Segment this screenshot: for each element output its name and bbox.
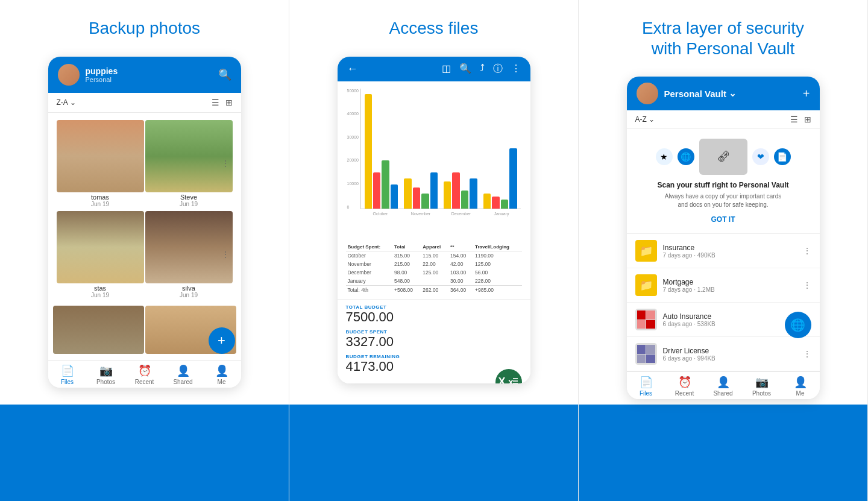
bar-dec-red — [452, 172, 459, 209]
file-item-driver-license[interactable]: Driver License 6 days ago · 994KB ⋮ — [627, 337, 820, 371]
bar-group-oct — [365, 94, 398, 209]
grid-icon[interactable]: ◫ — [442, 63, 451, 75]
table-row: October315.00115.00154.001190.00 — [346, 251, 522, 260]
table-row-total: Total: 4th+508.00262.00364.00+985.00 — [346, 285, 522, 294]
nav-recent[interactable]: ⏰ Recent — [125, 364, 164, 385]
nav3-photos[interactable]: 📷 Photos — [743, 376, 781, 397]
sort-label[interactable]: Z-A ⌄ — [57, 98, 76, 107]
nav3-me[interactable]: 👤 Me — [781, 376, 820, 397]
more-icon-1[interactable]: ⋮ — [222, 159, 229, 168]
photo-item-5[interactable] — [53, 306, 144, 354]
excel-icon: X — [506, 376, 519, 383]
bar-oct-green — [382, 160, 389, 209]
photos-icon-3: 📷 — [755, 376, 769, 389]
grid-view-icon[interactable]: ⊞ — [225, 98, 233, 107]
nav-files[interactable]: 📄 Files — [48, 364, 87, 385]
nav-me[interactable]: 👤 Me — [203, 364, 241, 385]
nav3-recent[interactable]: ⏰ Recent — [665, 376, 704, 397]
shared-icon-3: 👤 — [717, 376, 730, 389]
file-item-insurance[interactable]: 📁 Insurance 7 days ago · 490KB ⋮ — [627, 234, 820, 268]
nav3-shared[interactable]: 👤 Shared — [704, 376, 743, 397]
photo-date-4: Jun 19 — [145, 292, 233, 298]
phone2-wrapper: ← ◫ 🔍 ⤴ ⓘ ⋮ 50000 40000 30000 — [338, 57, 530, 384]
vault-promo: ★ 🌐 🗞 ❤ 📄 Scan your stuff right t — [627, 129, 820, 234]
share-icon[interactable]: ⤴ — [480, 63, 485, 75]
x-label-oct: October — [364, 212, 397, 216]
doc-badge: 📄 — [774, 148, 791, 165]
phone1-wrapper: puppies Personal 🔍 Z-A ⌄ ☰ ⊞ — [48, 57, 241, 388]
bar-jan-green — [501, 200, 508, 209]
back-icon[interactable]: ← — [347, 63, 358, 75]
panel-backup-photos: Backup photos puppies Personal 🔍 — [0, 0, 289, 501]
photo-item-1[interactable]: tomas Jun 19 — [57, 120, 144, 207]
bar-oct-blue — [391, 184, 398, 209]
info-icon[interactable]: ⓘ — [493, 63, 503, 75]
table-row: November215.0022.0042.00125.00 — [346, 260, 522, 268]
vault-avatar-img — [637, 83, 658, 104]
overflow-icon[interactable]: ⋮ — [511, 63, 521, 75]
phone2: ← ◫ 🔍 ⤴ ⓘ ⋮ 50000 40000 30000 — [338, 57, 530, 384]
panel-personal-vault: Extra layer of securitywith Personal Vau… — [579, 0, 868, 501]
bar-group-nov — [404, 172, 438, 209]
nav-photos[interactable]: 📷 Photos — [87, 364, 125, 385]
photo-item-2[interactable]: Steve Jun 19 ⋮ — [145, 120, 233, 207]
me-icon: 👤 — [215, 364, 228, 377]
grid-icon[interactable]: ⊞ — [804, 115, 811, 124]
nav-shared[interactable]: 👤 Shared — [164, 364, 203, 385]
svg-text:X: X — [508, 378, 514, 383]
summary-section: TOTAL BUDGET 7500.00 BUDGET SPENT 3327.0… — [346, 304, 400, 379]
globe-icon: 🌐 — [681, 152, 691, 162]
photo-name-4: silva — [145, 285, 233, 292]
vault-sort-label[interactable]: A-Z ⌄ — [635, 115, 655, 124]
nav3-files[interactable]: 📄 Files — [627, 376, 665, 397]
driver-license-info: Driver License 6 days ago · 994KB — [663, 347, 797, 362]
recent-icon-3: ⏰ — [678, 376, 691, 389]
vault-sort-icons: ☰ ⊞ — [790, 115, 811, 124]
avatar-img — [58, 64, 80, 86]
doc-icon: 📄 — [777, 152, 787, 162]
photo-name-2: Steve — [145, 194, 233, 201]
promo-desc: Always have a copy of your important car… — [637, 192, 810, 209]
photo-item-3[interactable]: stas Jun 19 — [57, 211, 144, 298]
bar-nov-blue — [430, 172, 438, 209]
panel-bg-3 — [579, 405, 867, 501]
me-icon-3: 👤 — [794, 376, 807, 389]
photo-2 — [145, 120, 233, 192]
svg-rect-4 — [513, 383, 518, 383]
insurance-meta: 7 days ago · 490KB — [663, 252, 797, 259]
insurance-info: Insurance 7 days ago · 490KB — [663, 244, 797, 259]
driver-license-more[interactable]: ⋮ — [803, 349, 811, 359]
file-item-mortgage[interactable]: 📁 Mortgage 7 days ago · 1.2MB ⋮ — [627, 268, 820, 303]
folder-sub: Personal — [86, 76, 118, 83]
folder-name: puppies — [86, 66, 118, 76]
phone3: Personal Vault ⌄ + A-Z ⌄ ☰ ⊞ — [627, 77, 820, 399]
photo-item-4[interactable]: silva Jun 19 ⋮ — [145, 211, 233, 298]
y-axis: 50000 40000 30000 20000 10000 0 — [347, 89, 359, 209]
vault-icons-row: ★ 🌐 🗞 ❤ 📄 — [637, 139, 810, 175]
mortgage-more[interactable]: ⋮ — [803, 280, 811, 290]
x-label-nov: November — [404, 212, 438, 216]
add-vault-icon[interactable]: + — [803, 87, 810, 101]
bar-jan-red — [492, 197, 499, 209]
search-icon[interactable]: 🔍 — [218, 68, 231, 81]
bar-nov-red — [413, 187, 420, 209]
vault-topbar: Personal Vault ⌄ + — [627, 77, 820, 110]
auto-insurance-thumb — [635, 309, 657, 330]
driver-license-thumb — [635, 343, 657, 365]
search-icon[interactable]: 🔍 — [459, 63, 471, 75]
bar-group-jan — [483, 148, 517, 209]
got-it-button[interactable]: GOT IT — [637, 215, 810, 224]
add-button[interactable]: + — [209, 327, 235, 354]
sort-icons: ☰ ⊞ — [212, 98, 233, 107]
photo-3 — [57, 211, 144, 283]
heart-badge: ❤ — [752, 148, 769, 165]
list-view-icon[interactable]: ☰ — [212, 98, 219, 107]
more-icon-2[interactable]: ⋮ — [222, 250, 229, 259]
panel2-title: Access files — [389, 18, 479, 39]
folder-info: puppies Personal — [86, 66, 118, 83]
insurance-thumb: 📁 — [635, 240, 657, 262]
heart-icon: ❤ — [757, 152, 764, 162]
globe-fab[interactable]: 🌐 — [785, 312, 811, 338]
insurance-more[interactable]: ⋮ — [803, 246, 811, 256]
list-icon[interactable]: ☰ — [790, 115, 798, 124]
